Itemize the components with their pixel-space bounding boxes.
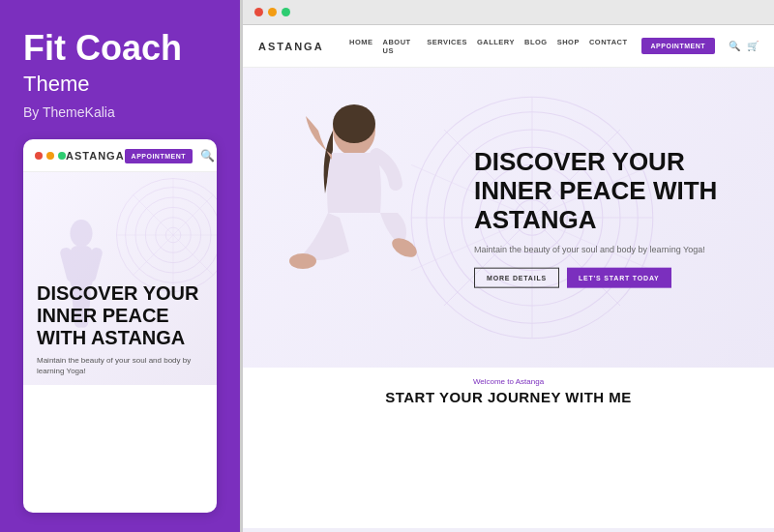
- browser-chrome: [243, 0, 774, 25]
- mobile-preview-card: ASTANGA APPOINTMENT 🔍: [23, 139, 217, 513]
- nav-link-contact[interactable]: CONTACT: [589, 38, 628, 55]
- desktop-nav-icons: 🔍 🛒: [729, 41, 759, 51]
- desktop-search-icon[interactable]: 🔍: [729, 41, 740, 51]
- desktop-nav-bar: ASTANGA HOME ABOUT US SERVICES GALLERY B…: [243, 25, 774, 68]
- desktop-journey-heading: START YOUR JOURNEY WITH ME: [262, 389, 755, 405]
- mobile-search-icon[interactable]: 🔍: [200, 149, 215, 163]
- dot-green: [58, 152, 66, 160]
- desktop-hero-sub: Maintain the beauty of your soul and bod…: [474, 244, 755, 253]
- mobile-hero-heading: DISCOVER YOUR INNER PEACE WITH ASTANGA: [37, 282, 203, 349]
- desktop-appointment-button[interactable]: APPOINTMENT: [641, 38, 715, 54]
- theme-by: By ThemeKalia: [23, 104, 217, 120]
- desktop-bottom-section: Welcome to Astanga START YOUR JOURNEY WI…: [243, 368, 774, 411]
- mobile-hero-text: DISCOVER YOUR INNER PEACE WITH ASTANGA M…: [23, 273, 217, 384]
- mobile-logo: ASTANGA: [66, 150, 125, 162]
- left-panel: Fit Coach Theme By ThemeKalia ASTANGA AP…: [0, 0, 240, 532]
- desktop-nav-links: HOME ABOUT US SERVICES GALLERY BLOG SHOP…: [349, 38, 628, 55]
- svg-point-31: [289, 253, 316, 269]
- browser-dot-red: [254, 8, 263, 16]
- start-today-button[interactable]: LET'S START TODAY: [567, 267, 671, 287]
- nav-link-about[interactable]: ABOUT US: [383, 38, 418, 55]
- mobile-hero-section: DISCOVER YOUR INNER PEACE WITH ASTANGA M…: [23, 172, 217, 385]
- desktop-cart-icon[interactable]: 🛒: [747, 41, 759, 51]
- mobile-dots: [35, 152, 66, 160]
- desktop-hero-section: DISCOVER YOUR INNER PEACE WITH ASTANGA M…: [243, 68, 774, 368]
- desktop-hero-content: DISCOVER YOUR INNER PEACE WITH ASTANGA M…: [474, 148, 755, 288]
- theme-title: Fit Coach: [23, 29, 217, 68]
- dot-yellow: [46, 152, 54, 160]
- svg-point-10: [70, 220, 92, 247]
- nav-link-blog[interactable]: BLOG: [524, 38, 548, 55]
- mobile-nav-right: APPOINTMENT 🔍: [125, 149, 217, 163]
- nav-link-gallery[interactable]: GALLERY: [477, 38, 515, 55]
- mobile-hero-sub: Maintain the beauty of your soul and bod…: [37, 355, 203, 376]
- desktop-logo: ASTANGA: [258, 41, 326, 52]
- nav-link-services[interactable]: SERVICES: [427, 38, 467, 55]
- theme-subtitle: Theme: [23, 72, 217, 97]
- mobile-appointment-button[interactable]: APPOINTMENT: [125, 149, 193, 163]
- dot-red: [35, 152, 43, 160]
- desktop-welcome-label: Welcome to Astanga: [262, 377, 755, 386]
- desktop-preview: ASTANGA HOME ABOUT US SERVICES GALLERY B…: [243, 25, 774, 528]
- desktop-hero-buttons: MORE DETAILS LET'S START TODAY: [474, 267, 755, 287]
- nav-link-home[interactable]: HOME: [349, 38, 373, 55]
- desktop-yoga-figure: [243, 77, 475, 368]
- browser-dot-green: [282, 8, 290, 16]
- browser-dot-yellow: [268, 8, 277, 16]
- desktop-hero-heading: DISCOVER YOUR INNER PEACE WITH ASTANGA: [474, 148, 755, 235]
- right-panel: ASTANGA HOME ABOUT US SERVICES GALLERY B…: [240, 0, 774, 532]
- mobile-nav-bar: ASTANGA APPOINTMENT 🔍: [23, 139, 217, 172]
- nav-link-shop[interactable]: SHOP: [557, 38, 580, 55]
- more-details-button[interactable]: MORE DETAILS: [474, 267, 559, 287]
- svg-point-30: [333, 104, 375, 143]
